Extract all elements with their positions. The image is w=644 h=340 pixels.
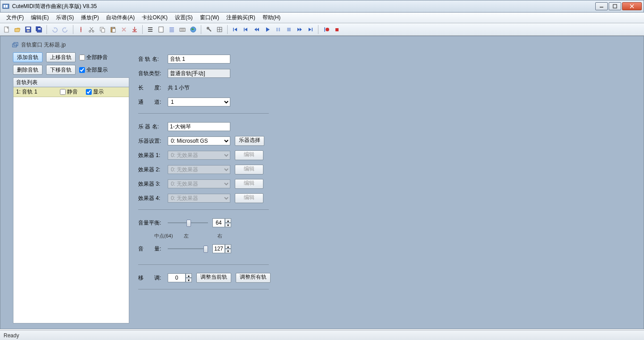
instrument-name-input[interactable] (168, 122, 230, 131)
pan-label: 音量平衡: (138, 219, 163, 227)
move-up-track-button[interactable]: 上移音轨 (46, 52, 76, 62)
track-list[interactable]: 1: 音轨 1 静音 显示 (13, 87, 129, 323)
menu-accomp[interactable]: 自动伴奏(A) (102, 13, 138, 22)
save-all-icon[interactable] (34, 25, 44, 34)
spin-up-icon[interactable]: ▲ (225, 244, 231, 249)
menu-score[interactable]: 乐谱(S) (52, 13, 77, 22)
new-file-icon[interactable] (2, 25, 12, 34)
close-button[interactable] (622, 2, 642, 10)
pan-slider[interactable] (168, 218, 208, 227)
add-track-button[interactable]: 添加音轨 (13, 52, 42, 62)
view-list-icon[interactable] (145, 25, 155, 34)
spin-down-icon[interactable]: ▼ (186, 278, 192, 282)
view-page-icon[interactable] (156, 25, 166, 34)
svg-marker-48 (234, 28, 237, 31)
stop-icon[interactable] (284, 25, 294, 34)
divider (138, 209, 269, 210)
menu-play[interactable]: 播放(P) (77, 13, 102, 22)
transpose-current-button[interactable]: 调整当前轨 (196, 273, 231, 283)
instrument-setting-select[interactable]: 0: Microsoft GS (168, 136, 230, 145)
track-show-checkbox[interactable]: 显示 (86, 88, 104, 96)
menu-edit[interactable]: 编辑(E) (27, 13, 52, 22)
status-bar: Ready (0, 330, 644, 340)
fx1-select[interactable]: 0: 无效果器 (168, 151, 230, 160)
globe-icon[interactable] (188, 25, 198, 34)
open-file-icon[interactable] (13, 25, 22, 34)
track-list-header: 音轨列表 (13, 77, 129, 87)
fx2-label: 效果器 2: (138, 166, 163, 174)
track-mute-checkbox[interactable]: 静音 (60, 88, 78, 96)
volume-spinner[interactable]: ▲▼ (212, 244, 231, 253)
svg-marker-58 (300, 28, 302, 31)
delete-icon[interactable] (119, 25, 129, 34)
rewind-start-icon[interactable] (230, 25, 240, 34)
menu-register[interactable]: 注册购买(R) (223, 13, 259, 22)
view-lines-icon[interactable] (167, 25, 177, 34)
fx4-select[interactable]: 0: 无效果器 (168, 194, 230, 203)
fx2-edit-button[interactable]: 编辑 (235, 165, 263, 174)
menu-help[interactable]: 帮助(H) (259, 13, 284, 22)
spin-down-icon[interactable]: ▼ (225, 223, 231, 227)
paste-icon[interactable] (108, 25, 118, 34)
prev-icon[interactable] (241, 25, 251, 34)
menu-file[interactable]: 文件(F) (3, 13, 27, 22)
transpose-all-button[interactable]: 调整所有轨 (236, 273, 271, 283)
fx3-select[interactable]: 0: 无效果器 (168, 179, 230, 188)
record-icon[interactable] (321, 25, 331, 34)
redo-icon[interactable] (60, 25, 70, 34)
forward-icon[interactable] (295, 25, 305, 34)
pan-spinner[interactable]: ▲▼ (212, 218, 231, 227)
track-name-input[interactable] (168, 55, 230, 64)
move-down-track-button[interactable]: 下移音轨 (46, 65, 76, 75)
volume-slider[interactable] (168, 244, 208, 253)
fx3-edit-button[interactable]: 编辑 (235, 179, 263, 189)
svg-rect-21 (102, 29, 105, 32)
menu-window[interactable]: 窗口(W) (196, 13, 223, 22)
save-icon[interactable] (23, 25, 33, 34)
spin-up-icon[interactable]: ▲ (186, 273, 192, 278)
copy-icon[interactable] (97, 25, 107, 34)
svg-rect-32 (159, 27, 163, 32)
menu-karaoke[interactable]: 卡拉OK(K) (138, 13, 171, 22)
spin-up-icon[interactable]: ▲ (225, 218, 231, 223)
mic-icon[interactable] (204, 25, 214, 34)
toolbar-separator (318, 25, 318, 34)
child-restore-icon[interactable] (12, 42, 18, 47)
play-icon[interactable] (263, 25, 272, 34)
channel-label: 通 道: (138, 98, 163, 106)
back-icon[interactable] (252, 25, 262, 34)
svg-marker-59 (309, 28, 311, 31)
instrument-select-button[interactable]: 乐器选择 (235, 136, 264, 146)
download-icon[interactable] (130, 25, 140, 34)
maximize-button[interactable] (609, 2, 621, 10)
undo-icon[interactable] (50, 25, 59, 34)
track-list-panel: 添加音轨 上移音轨 全部静音 删除音轨 下移音轨 全部显示 音轨列表 1: 音轨… (10, 50, 132, 326)
view-keyboard-icon[interactable] (178, 25, 187, 34)
transpose-spinner[interactable]: ▲▼ (168, 273, 192, 282)
minimize-button[interactable] (595, 2, 608, 10)
mute-all-checkbox[interactable]: 全部静音 (79, 54, 108, 61)
fx4-edit-button[interactable]: 编辑 (235, 193, 263, 203)
pause-icon[interactable] (273, 25, 283, 34)
delete-track-button[interactable]: 删除音轨 (13, 65, 42, 75)
divider (138, 289, 269, 289)
track-row[interactable]: 1: 音轨 1 静音 显示 (13, 87, 129, 97)
channel-select[interactable]: 1 (168, 98, 230, 106)
track-length-label: 长 度: (138, 84, 163, 92)
status-text: Ready (4, 332, 19, 339)
fx2-select[interactable]: 0: 无效果器 (168, 165, 230, 174)
show-all-checkbox[interactable]: 全部显示 (79, 66, 108, 74)
track-type-input[interactable] (168, 69, 230, 78)
marker-icon[interactable] (76, 25, 86, 34)
spin-down-icon[interactable]: ▼ (225, 249, 231, 253)
record-stop-icon[interactable] (332, 25, 342, 34)
divider (138, 113, 269, 114)
cut-icon[interactable] (87, 25, 97, 34)
track-row-name: 1: 音轨 1 (16, 88, 52, 96)
track-window: 音轨窗口 无标题.jp 添加音轨 上移音轨 全部静音 删除音轨 下移音轨 全部显… (10, 40, 641, 326)
title-bar: CuteMIDI简谱作曲家(共享版) V8.35 (0, 0, 644, 13)
grid-icon[interactable] (215, 25, 225, 34)
menu-settings[interactable]: 设置(S) (171, 13, 196, 22)
next-icon[interactable] (305, 25, 315, 34)
fx1-edit-button[interactable]: 编辑 (235, 150, 263, 160)
